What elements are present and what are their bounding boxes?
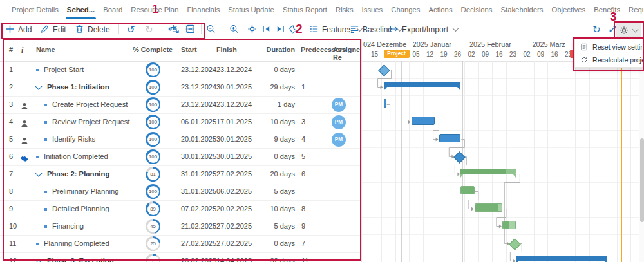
- assigned-avatar[interactable]: PM: [332, 133, 346, 147]
- tab-benefits[interactable]: Benefits: [594, 0, 620, 19]
- table-row[interactable]: 5Identify Risks10020.01.202530.01.20259 …: [0, 131, 361, 149]
- tab-resource-plan[interactable]: Resource Plan: [131, 0, 178, 19]
- start-date: 23.12.2024: [181, 61, 216, 79]
- refresh-button[interactable]: ↻: [592, 24, 601, 34]
- table-row[interactable]: 1Project Start10023.12.202423.12.20240 d…: [0, 61, 361, 79]
- task-bar[interactable]: [412, 117, 435, 125]
- chevron-expanded-icon[interactable]: [35, 256, 42, 262]
- zoomout-icon: [206, 24, 216, 34]
- task-bar[interactable]: [502, 221, 516, 229]
- tab-stakeholders[interactable]: Stakeholders: [501, 0, 544, 19]
- tab-decisions[interactable]: Decisions: [461, 0, 493, 19]
- undo-button[interactable]: ↺: [127, 24, 135, 34]
- tab-status-update[interactable]: Status Update: [228, 0, 274, 19]
- col-assigned[interactable]: Assigned Re: [333, 46, 360, 61]
- col-finish[interactable]: Finish: [216, 46, 237, 53]
- redo-button[interactable]: ↻: [145, 24, 153, 34]
- table-row[interactable]: 9Detailed Planning8907.02.202520.02.2025…: [0, 200, 361, 218]
- table-row[interactable]: 7Phase 2: Planning8131.01.202527.02.2025…: [0, 165, 361, 183]
- finish-date: 27.02.2025: [216, 235, 252, 252]
- assigned-avatar[interactable]: PM: [332, 115, 346, 129]
- pencil-icon: [40, 24, 50, 34]
- finish-date: 30.01.2025: [216, 79, 252, 96]
- row-number: 6: [9, 148, 13, 165]
- refresh-icon: ↻: [592, 24, 601, 34]
- recalc-icon: [580, 56, 588, 64]
- tab-board[interactable]: Board: [103, 0, 122, 19]
- undo-icon: ↺: [127, 24, 135, 34]
- predecessors: 9: [301, 218, 305, 235]
- col-info[interactable]: i: [21, 46, 23, 55]
- next-timespan-button[interactable]: [276, 24, 285, 34]
- table-row[interactable]: 2Phase 1: Initiation10023.12.202430.01.2…: [0, 79, 361, 97]
- settings-gear-button[interactable]: [616, 23, 641, 37]
- table-row[interactable]: 8Preliminary Planning10031.01.202506.02.…: [0, 183, 361, 201]
- summary-bar[interactable]: [516, 256, 607, 261]
- task-bullet-icon: [44, 225, 47, 228]
- col-duration[interactable]: Duration: [256, 46, 295, 53]
- start-date: 07.02.2025: [181, 200, 216, 218]
- tab-changes[interactable]: Changes: [391, 0, 420, 19]
- timeline-day-tick: 05: [410, 51, 422, 58]
- chevron-expanded-icon[interactable]: [35, 82, 42, 89]
- tab-issues[interactable]: Issues: [362, 0, 383, 19]
- table-row[interactable]: 12Phase 3: Execution728.02.202514.04.202…: [0, 252, 361, 262]
- edit-button[interactable]: Edit: [40, 24, 66, 34]
- insert-subtask-button[interactable]: [170, 24, 180, 34]
- task-bar[interactable]: [439, 134, 461, 142]
- table-row[interactable]: 10Financing4521.02.202527.02.20255 days9: [0, 218, 361, 236]
- col-start[interactable]: Start: [181, 46, 197, 53]
- tab-actions[interactable]: Actions: [428, 0, 452, 19]
- task-name-label: Financing: [52, 218, 84, 235]
- zoom-in-button[interactable]: [229, 24, 239, 34]
- features-dropdown-label: Features: [322, 24, 352, 33]
- delete-button[interactable]: Delete: [75, 24, 110, 34]
- tab-requirements[interactable]: Requirements: [629, 0, 644, 19]
- zoom-to-fit-button[interactable]: [247, 24, 257, 34]
- handshake-icon: [20, 152, 29, 161]
- separator: [202, 24, 202, 34]
- tab-status-report[interactable]: Status Report: [283, 0, 327, 19]
- menu-item-recalculate-project[interactable]: Recalculate project: [575, 53, 643, 66]
- assigned-avatar[interactable]: PM: [332, 98, 346, 112]
- tab-objectives[interactable]: Objectives: [551, 0, 585, 19]
- summary-bar[interactable]: [460, 169, 516, 174]
- tab-financials[interactable]: Financials: [187, 0, 220, 19]
- task-bar[interactable]: [460, 186, 474, 194]
- table-row[interactable]: 3Create Project Request10023.12.202423.1…: [0, 96, 361, 114]
- chevron-expanded-icon[interactable]: [35, 169, 42, 176]
- summary-tooth: [513, 174, 516, 178]
- project-end-line: [621, 61, 622, 262]
- col-number[interactable]: #: [9, 46, 13, 53]
- table-row[interactable]: 11Planning Completed2527.02.202527.02.20…: [0, 235, 361, 253]
- previous-timespan-button[interactable]: [261, 24, 271, 34]
- predecessors: 1: [301, 79, 305, 96]
- summary-bar[interactable]: [384, 82, 461, 87]
- menu-item-reset-view-settings[interactable]: Reset view settings: [575, 41, 643, 53]
- collapse-all-button[interactable]: [185, 24, 195, 34]
- start-date: 23.12.2024: [181, 79, 216, 96]
- finish-date: 23.12.2024: [216, 61, 252, 79]
- col-name[interactable]: Name: [36, 46, 55, 53]
- dependency-line: [504, 174, 520, 244]
- start-date: 31.01.2025: [181, 165, 216, 183]
- zoom-out-button[interactable]: [206, 24, 216, 34]
- add-button[interactable]: Add: [5, 24, 32, 34]
- task-name-label: Detailed Planning: [52, 200, 109, 218]
- tab-project-details[interactable]: Project Details: [12, 0, 59, 19]
- table-row[interactable]: 6Initiation Completed10030.01.202530.01.…: [0, 148, 361, 166]
- row-number: 9: [9, 200, 13, 218]
- export-import-dropdown[interactable]: Export/Import: [389, 24, 458, 34]
- duration: 1 day: [258, 96, 295, 113]
- col-pct[interactable]: % Complete: [128, 46, 173, 53]
- redo-icon: ↻: [145, 24, 153, 34]
- table-row[interactable]: 4Review Project Request10006.01.202517.0…: [0, 113, 361, 131]
- timeline-day-tick: 02: [465, 51, 478, 58]
- tab-risks[interactable]: Risks: [336, 0, 354, 19]
- task-bar[interactable]: [475, 203, 502, 212]
- finish-date: 20.02.2025: [216, 200, 252, 218]
- predecessors: 6: [301, 165, 305, 183]
- scroll-to-task-button[interactable]: [289, 24, 298, 34]
- predecessors: 8: [301, 200, 305, 218]
- tab-sched-[interactable]: Sched...: [67, 0, 95, 19]
